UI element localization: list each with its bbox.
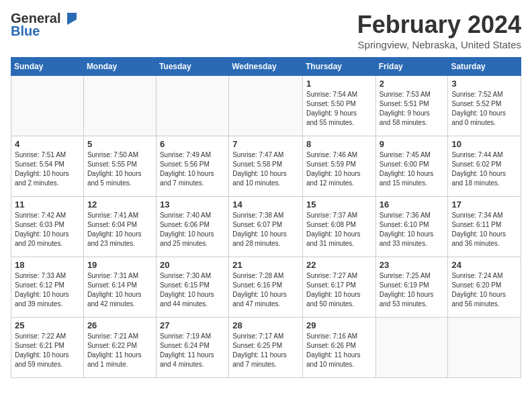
calendar-table: SundayMondayTuesdayWednesdayThursdayFrid… (11, 57, 521, 378)
day-info: Sunrise: 7:52 AM Sunset: 5:52 PM Dayligh… (451, 90, 517, 128)
calendar-cell: 13Sunrise: 7:40 AM Sunset: 6:06 PM Dayli… (156, 197, 228, 257)
day-info: Sunrise: 7:25 AM Sunset: 6:19 PM Dayligh… (380, 271, 445, 309)
day-number: 9 (380, 139, 445, 149)
day-info: Sunrise: 7:44 AM Sunset: 6:02 PM Dayligh… (451, 150, 517, 188)
day-number: 16 (380, 199, 445, 210)
logo-blue-text: Blue (11, 24, 40, 39)
day-info: Sunrise: 7:53 AM Sunset: 5:51 PM Dayligh… (380, 90, 445, 128)
calendar-body: 1Sunrise: 7:54 AM Sunset: 5:50 PM Daylig… (11, 76, 521, 378)
calendar-cell: 5Sunrise: 7:50 AM Sunset: 5:55 PM Daylig… (83, 136, 156, 197)
week-row-4: 18Sunrise: 7:33 AM Sunset: 6:12 PM Dayli… (11, 257, 521, 318)
calendar-cell: 11Sunrise: 7:42 AM Sunset: 6:03 PM Dayli… (11, 197, 84, 257)
day-number: 13 (160, 199, 225, 210)
calendar-cell: 12Sunrise: 7:41 AM Sunset: 6:04 PM Dayli… (83, 197, 156, 257)
month-title: February 2024 (357, 11, 521, 39)
day-number: 4 (15, 139, 80, 149)
header-row: SundayMondayTuesdayWednesdayThursdayFrid… (11, 58, 521, 76)
calendar-cell (156, 76, 228, 136)
calendar-cell: 6Sunrise: 7:49 AM Sunset: 5:56 PM Daylig… (156, 136, 228, 197)
day-number: 25 (15, 320, 80, 330)
day-info: Sunrise: 7:41 AM Sunset: 6:04 PM Dayligh… (87, 211, 152, 248)
location-subtitle: Springview, Nebraska, United States (357, 39, 521, 50)
day-number: 7 (232, 139, 299, 149)
day-number: 23 (380, 260, 445, 270)
day-number: 29 (306, 320, 372, 330)
day-number: 15 (306, 199, 372, 210)
header-day-monday: Monday (83, 58, 156, 76)
calendar-cell: 10Sunrise: 7:44 AM Sunset: 6:02 PM Dayli… (448, 136, 521, 197)
calendar-cell: 4Sunrise: 7:51 AM Sunset: 5:54 PM Daylig… (11, 136, 84, 197)
day-number: 2 (380, 79, 445, 89)
day-info: Sunrise: 7:49 AM Sunset: 5:56 PM Dayligh… (160, 150, 225, 188)
day-info: Sunrise: 7:36 AM Sunset: 6:10 PM Dayligh… (380, 211, 445, 248)
day-info: Sunrise: 7:50 AM Sunset: 5:55 PM Dayligh… (87, 150, 152, 188)
title-area: February 2024 Springview, Nebraska, Unit… (357, 11, 521, 50)
calendar-cell (11, 76, 84, 136)
day-info: Sunrise: 7:19 AM Sunset: 6:24 PM Dayligh… (160, 332, 225, 369)
day-number: 19 (87, 260, 152, 270)
day-info: Sunrise: 7:31 AM Sunset: 6:14 PM Dayligh… (87, 271, 152, 309)
day-number: 21 (232, 260, 299, 270)
calendar-cell: 19Sunrise: 7:31 AM Sunset: 6:14 PM Dayli… (83, 257, 156, 318)
day-info: Sunrise: 7:46 AM Sunset: 5:59 PM Dayligh… (306, 150, 372, 188)
day-number: 18 (15, 260, 80, 270)
header-day-friday: Friday (375, 58, 448, 76)
day-info: Sunrise: 7:45 AM Sunset: 6:00 PM Dayligh… (380, 150, 445, 188)
logo: General Blue (11, 11, 77, 39)
calendar-cell: 24Sunrise: 7:24 AM Sunset: 6:20 PM Dayli… (448, 257, 521, 318)
calendar-cell: 20Sunrise: 7:30 AM Sunset: 6:15 PM Dayli… (156, 257, 228, 318)
week-row-1: 1Sunrise: 7:54 AM Sunset: 5:50 PM Daylig… (11, 76, 521, 136)
calendar-cell: 7Sunrise: 7:47 AM Sunset: 5:58 PM Daylig… (229, 136, 303, 197)
calendar-cell: 22Sunrise: 7:27 AM Sunset: 6:17 PM Dayli… (302, 257, 375, 318)
calendar-cell (229, 76, 303, 136)
day-info: Sunrise: 7:34 AM Sunset: 6:11 PM Dayligh… (451, 211, 517, 248)
day-number: 24 (451, 260, 517, 270)
day-info: Sunrise: 7:54 AM Sunset: 5:50 PM Dayligh… (306, 90, 372, 128)
day-info: Sunrise: 7:42 AM Sunset: 6:03 PM Dayligh… (15, 211, 80, 248)
day-info: Sunrise: 7:37 AM Sunset: 6:08 PM Dayligh… (306, 211, 372, 248)
day-number: 14 (232, 199, 299, 210)
calendar-cell: 17Sunrise: 7:34 AM Sunset: 6:11 PM Dayli… (448, 197, 521, 257)
day-number: 3 (451, 79, 517, 89)
week-row-2: 4Sunrise: 7:51 AM Sunset: 5:54 PM Daylig… (11, 136, 521, 197)
header-day-tuesday: Tuesday (156, 58, 228, 76)
day-info: Sunrise: 7:17 AM Sunset: 6:25 PM Dayligh… (232, 332, 299, 369)
day-number: 10 (451, 139, 517, 149)
calendar-cell: 3Sunrise: 7:52 AM Sunset: 5:52 PM Daylig… (448, 76, 521, 136)
calendar-cell: 23Sunrise: 7:25 AM Sunset: 6:19 PM Dayli… (375, 257, 448, 318)
calendar-cell (83, 76, 156, 136)
calendar-cell: 26Sunrise: 7:21 AM Sunset: 6:22 PM Dayli… (83, 318, 156, 378)
calendar-cell: 27Sunrise: 7:19 AM Sunset: 6:24 PM Dayli… (156, 318, 228, 378)
day-info: Sunrise: 7:30 AM Sunset: 6:15 PM Dayligh… (160, 271, 225, 309)
day-number: 17 (451, 199, 517, 210)
day-info: Sunrise: 7:16 AM Sunset: 6:26 PM Dayligh… (306, 332, 372, 369)
svg-marker-0 (67, 13, 77, 25)
header-day-saturday: Saturday (448, 58, 521, 76)
calendar-cell: 18Sunrise: 7:33 AM Sunset: 6:12 PM Dayli… (11, 257, 84, 318)
day-number: 22 (306, 260, 372, 270)
day-number: 27 (160, 320, 225, 330)
day-info: Sunrise: 7:27 AM Sunset: 6:17 PM Dayligh… (306, 271, 372, 309)
calendar-cell: 28Sunrise: 7:17 AM Sunset: 6:25 PM Dayli… (229, 318, 303, 378)
day-number: 20 (160, 260, 225, 270)
day-info: Sunrise: 7:22 AM Sunset: 6:21 PM Dayligh… (15, 332, 80, 369)
day-info: Sunrise: 7:33 AM Sunset: 6:12 PM Dayligh… (15, 271, 80, 309)
calendar-cell: 15Sunrise: 7:37 AM Sunset: 6:08 PM Dayli… (302, 197, 375, 257)
calendar-cell: 16Sunrise: 7:36 AM Sunset: 6:10 PM Dayli… (375, 197, 448, 257)
calendar-cell: 1Sunrise: 7:54 AM Sunset: 5:50 PM Daylig… (302, 76, 375, 136)
day-number: 11 (15, 199, 80, 210)
day-number: 6 (160, 139, 225, 149)
logo-icon (62, 10, 77, 25)
day-number: 12 (87, 199, 152, 210)
page-header: General Blue February 2024 Springview, N… (11, 11, 521, 50)
day-info: Sunrise: 7:51 AM Sunset: 5:54 PM Dayligh… (15, 150, 80, 188)
week-row-3: 11Sunrise: 7:42 AM Sunset: 6:03 PM Dayli… (11, 197, 521, 257)
calendar-cell: 14Sunrise: 7:38 AM Sunset: 6:07 PM Dayli… (229, 197, 303, 257)
week-row-5: 25Sunrise: 7:22 AM Sunset: 6:21 PM Dayli… (11, 318, 521, 378)
calendar-header: SundayMondayTuesdayWednesdayThursdayFrid… (11, 58, 521, 76)
header-day-sunday: Sunday (11, 58, 84, 76)
day-number: 8 (306, 139, 372, 149)
calendar-cell: 2Sunrise: 7:53 AM Sunset: 5:51 PM Daylig… (375, 76, 448, 136)
day-number: 1 (306, 79, 372, 89)
day-number: 28 (232, 320, 299, 330)
